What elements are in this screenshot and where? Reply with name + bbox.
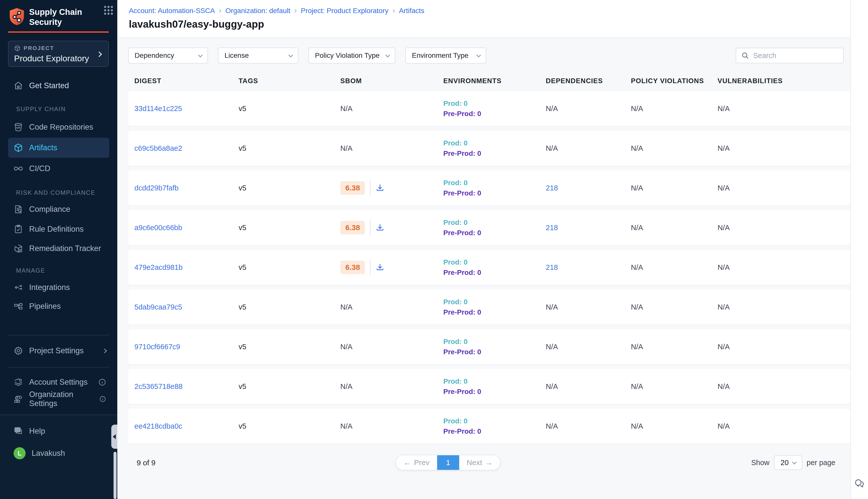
digest-link[interactable]: 5dab9caa79c5 [134,303,182,311]
digest-link[interactable]: 479e2acd981b [134,263,183,271]
breadcrumb-separator: › [294,6,297,15]
environments-preprod: Pre-Prod: 0 [443,188,546,198]
digest-link[interactable]: 9710cf6667c9 [134,343,180,351]
download-sbom-icon[interactable] [375,263,385,272]
project-selector[interactable]: PROJECT Product Exploratory [8,41,109,67]
table-body: 33d114e1c225 v5 N/A Prod: 0 Pre-Prod: 0 [128,91,851,444]
sidebar-item-organization-settings[interactable]: Organization Settings [8,391,109,407]
sidebar-item-artifacts[interactable]: Artifacts [8,138,109,158]
tag-value: v5 [239,223,340,232]
breadcrumb-account[interactable]: Account: Automation-SSCA [129,7,215,15]
sidebar-scrollbar[interactable] [113,452,116,499]
sbom-divider [370,259,370,276]
sidebar-item-code-repositories[interactable]: Code Repositories [8,119,109,135]
sidebar-item-pipelines[interactable]: Pipelines [8,298,109,315]
digest-link[interactable]: a9c6e00c66bb [134,223,182,232]
sbom-score-badge[interactable]: 6.38 [340,221,365,234]
vulnerabilities-value: N/A [718,422,851,430]
environments-prod: Prod: 0 [443,257,546,267]
sidebar-item-label: Get Started [29,81,69,90]
policy-violations-value: N/A [631,144,718,153]
user-name: Lavakush [32,449,65,458]
sidebar-item-get-started[interactable]: Get Started [8,77,109,94]
divider [8,367,109,368]
digest-link[interactable]: 33d114e1c225 [134,105,182,112]
tag-value: v5 [239,184,340,192]
digest-link[interactable]: c69c5b6a8ae2 [134,144,182,152]
sidebar-item-remediation-tracker[interactable]: Remediation Tracker [8,240,109,257]
table-row: 33d114e1c225 v5 N/A Prod: 0 Pre-Prod: 0 [128,91,851,126]
environments-prod: Prod: 0 [443,178,546,188]
sidebar-item-compliance[interactable]: Compliance [8,201,109,218]
integrations-icon [14,283,23,292]
dependencies-link[interactable]: 218 [546,223,558,232]
sbom-score-badge[interactable]: 6.38 [340,260,365,274]
breadcrumb-artifacts[interactable]: Artifacts [399,7,424,15]
user-menu[interactable]: L Lavakush [8,445,109,462]
environments-prod: Prod: 0 [443,376,546,387]
breadcrumb: Account: Automation-SSCA › Organization:… [129,7,851,15]
vulnerabilities-value: N/A [718,105,851,113]
avatar: L [14,447,26,459]
document-search-icon [14,205,23,214]
table-row: 9710cf6667c9 v5 N/A Prod: 0 Pre-Prod: 0 [128,329,851,364]
sidebar-item-rule-definitions[interactable]: Rule Definitions [8,221,109,238]
dependencies-link[interactable]: 218 [546,184,558,192]
policy-violations-value: N/A [631,105,718,113]
prev-page-button[interactable]: ← Prev [396,455,437,470]
sidebar-item-cicd[interactable]: CI/CD [8,160,109,177]
section-manage: MANAGE [16,267,45,274]
module-grid-icon[interactable] [103,4,114,16]
dependencies-link[interactable]: 218 [546,263,558,271]
chat-support-icon[interactable] [854,478,865,489]
environments-preprod: Pre-Prod: 0 [443,387,546,397]
license-filter-dropdown[interactable]: License [218,48,298,63]
vulnerabilities-value: N/A [718,184,851,192]
sidebar-item-integrations[interactable]: Integrations [8,279,109,296]
organization-icon [14,394,23,404]
sidebar-item-project-settings[interactable]: Project Settings [8,342,109,359]
info-icon[interactable] [98,378,106,386]
page-title: lavakush07/easy-buggy-app [129,19,851,30]
policy-violation-type-filter-dropdown[interactable]: Policy Violation Type [308,48,395,63]
environment-type-filter-dropdown[interactable]: Environment Type [405,48,486,63]
sbom-value: N/A [340,422,352,430]
sidebar-collapse-button[interactable] [111,425,117,449]
sbom-score-badge[interactable]: 6.38 [340,181,365,195]
environments-preprod: Pre-Prod: 0 [443,267,546,278]
download-sbom-icon[interactable] [375,183,385,193]
sbom-divider [370,180,370,196]
policy-violations-value: N/A [631,422,718,430]
page-size-dropdown[interactable]: 20 [774,455,802,470]
breadcrumb-organization[interactable]: Organization: default [225,7,290,15]
page-size-value: 20 [781,459,789,467]
show-label: Show [751,459,770,467]
project-name: Product Exploratory [14,53,103,63]
download-sbom-icon[interactable] [375,223,385,232]
search-input[interactable] [753,51,838,60]
next-page-button[interactable]: Next → [459,455,500,470]
page-1-button[interactable]: 1 [437,455,459,470]
sidebar-item-label: Integrations [29,283,70,292]
sidebar-item-account-settings[interactable]: Account Settings [8,374,109,390]
sidebar-item-label: Code Repositories [29,123,93,132]
policy-violations-value: N/A [631,263,718,272]
tag-value: v5 [239,144,340,153]
sidebar-item-help[interactable]: ? Help [8,423,109,439]
breadcrumb-project[interactable]: Project: Product Exploratory [301,7,388,15]
environments-preprod: Pre-Prod: 0 [443,148,546,159]
digest-link[interactable]: dcdd29b7fafb [134,184,178,192]
info-icon[interactable] [99,395,106,403]
digest-link[interactable]: ee4218cdba0c [134,422,182,430]
sidebar-item-label: Pipelines [29,302,61,311]
table-row: 479e2acd981b v5 6.38 Prod: 0 Pre-Prod: 0 [128,250,851,285]
dependency-filter-dropdown[interactable]: Dependency [128,48,208,63]
infinity-icon [14,164,23,173]
sidebar: Supply Chain Security PROJECT Product Ex… [0,0,117,499]
environments-prod: Prod: 0 [443,98,546,109]
account-layers-icon [14,377,23,387]
sbom-value: N/A [340,343,352,351]
digest-link[interactable]: 2c5365718e88 [134,382,183,390]
filter-bar: Dependency License Policy Violation Type… [128,48,851,63]
page-header: Account: Automation-SSCA › Organization:… [117,0,851,38]
